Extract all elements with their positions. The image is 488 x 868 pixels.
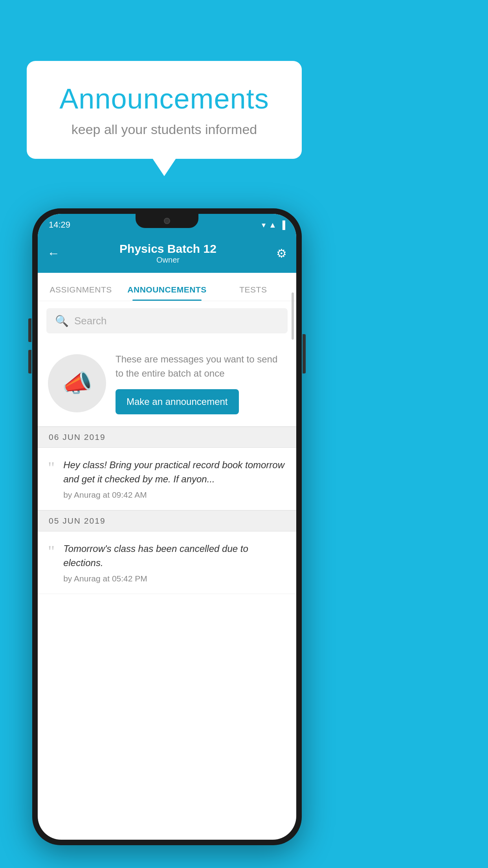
back-button[interactable]: ← (47, 246, 60, 261)
speech-bubble-container: Announcements keep all your students inf… (27, 61, 302, 159)
notch (136, 214, 198, 228)
tab-tests[interactable]: TESTS (210, 285, 296, 301)
header-title: Physics Batch 12 (119, 242, 216, 256)
speech-bubble: Announcements keep all your students inf… (27, 61, 302, 159)
status-icons: ▾ ▲ ▐ (262, 220, 285, 230)
wifi-icon: ▾ (262, 220, 266, 230)
announcement-meta-1: by Anurag at 09:42 AM (63, 490, 286, 500)
announcement-content-2: Tomorrow's class has been cancelled due … (63, 542, 286, 583)
app-header: ← Physics Batch 12 Owner ⚙ (38, 234, 296, 273)
promo-description: These are messages you want to send to t… (116, 352, 286, 381)
promo-content: These are messages you want to send to t… (116, 352, 286, 414)
phone-outer: 14:29 ▾ ▲ ▐ ← Physics Batch 12 Owner ⚙ A… (32, 208, 302, 845)
date-divider-2: 05 JUN 2019 (38, 510, 296, 531)
date-divider-1: 06 JUN 2019 (38, 427, 296, 448)
signal-icon: ▲ (269, 221, 277, 230)
announcement-item-2: " Tomorrow's class has been cancelled du… (38, 531, 296, 594)
tab-assignments[interactable]: ASSIGNMENTS (38, 285, 124, 301)
search-container: 🔍 Search (38, 301, 296, 340)
tabs-bar: ASSIGNMENTS ANNOUNCEMENTS TESTS (38, 273, 296, 301)
scroll-indicator[interactable] (292, 292, 294, 340)
search-bar[interactable]: 🔍 Search (46, 308, 288, 333)
settings-icon[interactable]: ⚙ (276, 246, 287, 260)
promo-section: 📣 These are messages you want to send to… (38, 340, 296, 427)
phone-screen: 14:29 ▾ ▲ ▐ ← Physics Batch 12 Owner ⚙ A… (38, 214, 296, 840)
quote-icon-2: " (48, 543, 55, 560)
quote-icon-1: " (48, 460, 55, 476)
announcement-meta-2: by Anurag at 05:42 PM (63, 574, 286, 583)
battery-icon: ▐ (280, 221, 285, 230)
announcement-content-1: Hey class! Bring your practical record b… (63, 458, 286, 500)
status-time: 14:29 (49, 220, 70, 230)
header-subtitle: Owner (119, 256, 216, 265)
header-center: Physics Batch 12 Owner (119, 242, 216, 265)
announcement-item-1: " Hey class! Bring your practical record… (38, 448, 296, 510)
tab-announcements[interactable]: ANNOUNCEMENTS (124, 285, 210, 301)
bubble-subtitle: keep all your students informed (50, 122, 278, 137)
megaphone-icon: 📣 (62, 369, 92, 397)
search-placeholder: Search (74, 315, 106, 327)
camera-dot (164, 218, 170, 224)
volume-up-button (28, 318, 31, 342)
announcement-text-1: Hey class! Bring your practical record b… (63, 458, 286, 486)
announcement-text-2: Tomorrow's class has been cancelled due … (63, 542, 286, 570)
phone-wrapper: 14:29 ▾ ▲ ▐ ← Physics Batch 12 Owner ⚙ A… (32, 208, 302, 845)
volume-down-button (28, 350, 31, 373)
bubble-title: Announcements (50, 83, 278, 115)
promo-icon-circle: 📣 (48, 354, 106, 412)
make-announcement-button[interactable]: Make an announcement (116, 389, 239, 414)
search-icon: 🔍 (55, 314, 69, 327)
power-button (303, 334, 306, 373)
